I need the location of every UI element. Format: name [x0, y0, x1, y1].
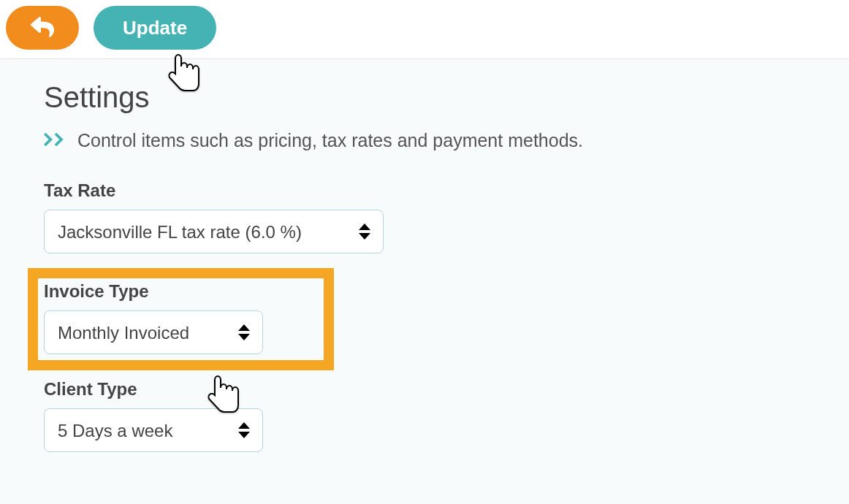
field-client-type: Client Type 5 Days a week	[44, 379, 805, 452]
tax-rate-label: Tax Rate	[44, 180, 805, 201]
reply-arrow-icon	[28, 15, 57, 41]
toolbar: Update	[0, 0, 849, 59]
subtitle-text: Control items such as pricing, tax rates…	[77, 130, 583, 151]
client-type-label: Client Type	[44, 379, 805, 400]
back-button[interactable]	[6, 6, 79, 50]
invoice-type-label: Invoice Type	[44, 281, 318, 302]
tax-rate-select[interactable]: Jacksonville FL tax rate (6.0 %)	[44, 210, 384, 253]
invoice-type-select[interactable]: Monthly Invoiced	[44, 310, 263, 354]
client-type-select[interactable]: 5 Days a week	[44, 408, 263, 452]
update-button[interactable]: Update	[94, 6, 216, 50]
content-area: Settings Control items such as pricing, …	[0, 59, 849, 504]
double-chevron-right-icon	[44, 131, 67, 151]
page-title: Settings	[44, 81, 805, 114]
field-tax-rate: Tax Rate Jacksonville FL tax rate (6.0 %…	[44, 180, 805, 253]
field-invoice-type: Invoice Type Monthly Invoiced	[34, 274, 328, 364]
subtitle-row: Control items such as pricing, tax rates…	[44, 130, 805, 151]
